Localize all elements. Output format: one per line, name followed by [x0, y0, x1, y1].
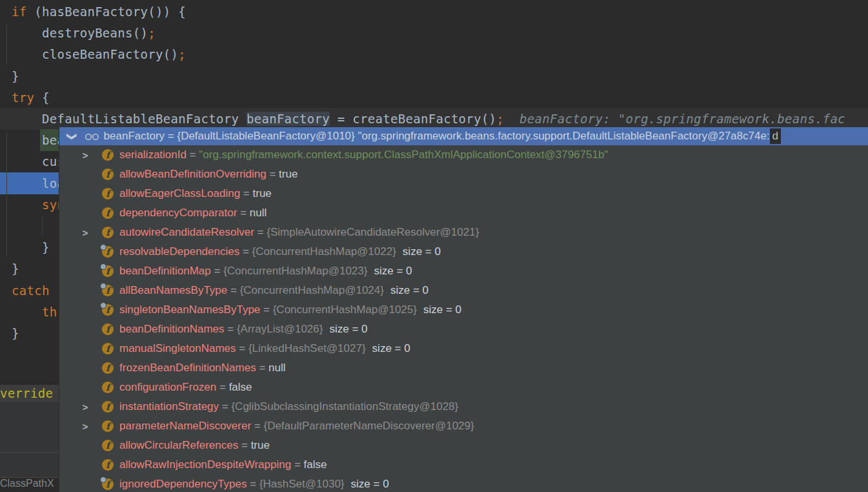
equals-sign: =	[254, 226, 267, 239]
final-marker-icon	[100, 244, 106, 251]
code-line[interactable]: closeBeanFactory();	[0, 43, 868, 65]
watch-glasses-icon	[85, 132, 100, 141]
code-line[interactable]: DefaultListableBeanFactory beanFactory =…	[0, 108, 868, 130]
collection-size: size = 0	[423, 303, 461, 316]
variable-value: true	[253, 187, 272, 200]
collection-size: size = 0	[372, 342, 410, 355]
variable-value: {LinkedHashSet@1027}	[248, 342, 366, 355]
code-token: destroyBeans()	[12, 26, 148, 40]
variable-row[interactable]: fsingletonBeanNamesByType = {ConcurrentH…	[59, 300, 868, 320]
variable-name: singletonBeanNamesByType	[119, 303, 260, 316]
code-line[interactable]: if (hasBeanFactory()) {	[0, 1, 868, 23]
code-line[interactable]: try {	[0, 87, 868, 108]
variable-row[interactable]: >fparameterNameDiscoverer = {DefaultPara…	[59, 416, 868, 436]
annotation-fragment: verride	[0, 386, 53, 400]
variable-text: autowireCandidateResolver = {SimpleAutow…	[119, 226, 868, 239]
variable-name: manualSingletonNames	[119, 342, 236, 355]
variable-row[interactable]: >fserializationId = "org.springframework…	[59, 145, 868, 165]
code-line[interactable]: destroyBeans();	[0, 22, 868, 44]
field-icon: f	[102, 343, 114, 354]
variable-name: dependencyComparator	[119, 207, 237, 220]
code-token: DefaultListableBeanFactory	[12, 112, 247, 126]
variable-value: false	[304, 458, 327, 471]
code-token: syn	[12, 198, 65, 212]
collection-size: size = 0	[329, 323, 367, 336]
variable-row[interactable]: fallowRawInjectionDespiteWrapping = fals…	[59, 455, 868, 475]
code-token: }	[12, 261, 19, 276]
variable-row[interactable]: fconfigurationFrozen = false	[59, 378, 868, 397]
variable-name: autowireCandidateResolver	[119, 226, 254, 239]
variable-row[interactable]: fallowCircularReferences = true	[59, 436, 868, 455]
variable-value: {SimpleAutowireCandidateResolver@1021}	[267, 226, 479, 239]
expand-arrow-icon[interactable]: >	[80, 227, 90, 238]
debugger-inspect-popup[interactable]: ❯ beanFactory = {DefaultListableBeanFact…	[59, 127, 868, 492]
variable-name: allowBeanDefinitionOverriding	[119, 168, 267, 181]
variable-row[interactable]: >fautowireCandidateResolver = {SimpleAut…	[59, 223, 868, 242]
variable-text: allBeanNamesByType = {ConcurrentHashMap@…	[119, 284, 868, 297]
code-token: loa	[12, 176, 65, 190]
variable-text: dependencyComparator = null	[119, 207, 868, 220]
variable-row[interactable]: fallowEagerClassLoading = true	[59, 184, 868, 203]
variable-text: instantiationStrategy = {CglibSubclassin…	[119, 400, 868, 413]
variable-row[interactable]: fbeanDefinitionMap = {ConcurrentHashMap@…	[59, 261, 868, 281]
variable-row[interactable]: fdependencyComparator = null	[59, 203, 868, 223]
chevron-down-icon[interactable]: ❯	[68, 132, 77, 141]
variable-value: true	[279, 168, 298, 181]
variable-text: allowBeanDefinitionOverriding = true	[119, 168, 868, 181]
variable-row[interactable]: fallowBeanDefinitionOverriding = true	[59, 165, 868, 184]
variable-text: parameterNameDiscoverer = {DefaultParame…	[119, 420, 868, 433]
expand-arrow-icon[interactable]: >	[80, 402, 90, 413]
variable-row[interactable]: fmanualSingletonNames = {LinkedHashSet@1…	[59, 339, 868, 358]
variable-row[interactable]: fallBeanNamesByType = {ConcurrentHashMap…	[59, 281, 868, 300]
field-icon: f	[102, 323, 114, 335]
field-icon: f	[102, 149, 114, 161]
field-icon: f	[102, 420, 114, 432]
frames-panel-fragment[interactable]: ClassPathX	[0, 478, 59, 492]
field-icon: f	[102, 285, 114, 296]
collection-size: size = 0	[390, 284, 429, 297]
variable-value: {ConcurrentHashMap@1023}	[223, 265, 367, 278]
variable-row[interactable]: fignoredDependencyTypes = {HashSet@1030}…	[59, 475, 868, 492]
variable-name: parameterNameDiscoverer	[119, 420, 251, 433]
variable-text: ignoredDependencyTypes = {HashSet@1030}s…	[119, 478, 868, 491]
variable-row[interactable]: fresolvableDependencies = {ConcurrentHas…	[59, 242, 868, 261]
expand-arrow-icon[interactable]: >	[80, 421, 90, 432]
variable-row[interactable]: fbeanDefinitionNames = {ArrayList@1026}s…	[59, 320, 868, 339]
variable-name: ignoredDependencyTypes	[119, 478, 247, 491]
variable-text: singletonBeanNamesByType = {ConcurrentHa…	[119, 303, 868, 316]
variable-name: resolvableDependencies	[119, 245, 239, 258]
equals-sign: =	[267, 168, 279, 181]
field-icon: f	[102, 401, 114, 413]
variable-text: beanDefinitionNames = {ArrayList@1026}si…	[119, 323, 868, 336]
code-token: }	[12, 69, 19, 83]
variable-value: null	[268, 362, 285, 374]
variable-text: serializationId = "org.springframework.c…	[119, 149, 868, 161]
indent-guide	[6, 132, 7, 256]
variable-row[interactable]: ffrozenBeanDefinitionNames = null	[59, 358, 868, 378]
equals-sign: =	[239, 245, 252, 258]
code-line[interactable]: }	[0, 65, 868, 87]
code-token: closeBeanFactory()	[12, 47, 178, 61]
field-icon: f	[102, 227, 114, 238]
code-token: th	[12, 305, 57, 319]
code-token: try	[12, 90, 34, 105]
field-icon: f	[102, 362, 114, 374]
panel-divider	[0, 452, 59, 453]
variable-value: "org.springframework.context.support.Cla…	[199, 149, 608, 161]
variable-name: allowRawInjectionDespiteWrapping	[119, 458, 291, 471]
variable-name: serializationId	[119, 149, 187, 161]
variable-text: frozenBeanDefinitionNames = null	[119, 362, 868, 374]
variable-value: null	[250, 207, 267, 220]
equals-sign: =	[227, 284, 239, 297]
code-token: catch	[12, 283, 50, 298]
variable-name: allowCircularReferences	[119, 439, 238, 452]
final-marker-icon	[100, 263, 106, 270]
variable-row[interactable]: >finstantiationStrategy = {CglibSubclass…	[59, 397, 868, 416]
annotation-line[interactable]: verride	[0, 385, 59, 401]
field-icon: f	[102, 382, 114, 393]
indent-guide	[42, 217, 43, 235]
variable-value: true	[251, 439, 270, 452]
inspect-popup-header[interactable]: ❯ beanFactory = {DefaultListableBeanFact…	[59, 127, 868, 145]
variable-value: {CglibSubclassingInstantiationStrategy@1…	[231, 400, 458, 413]
expand-arrow-icon[interactable]: >	[80, 150, 90, 161]
